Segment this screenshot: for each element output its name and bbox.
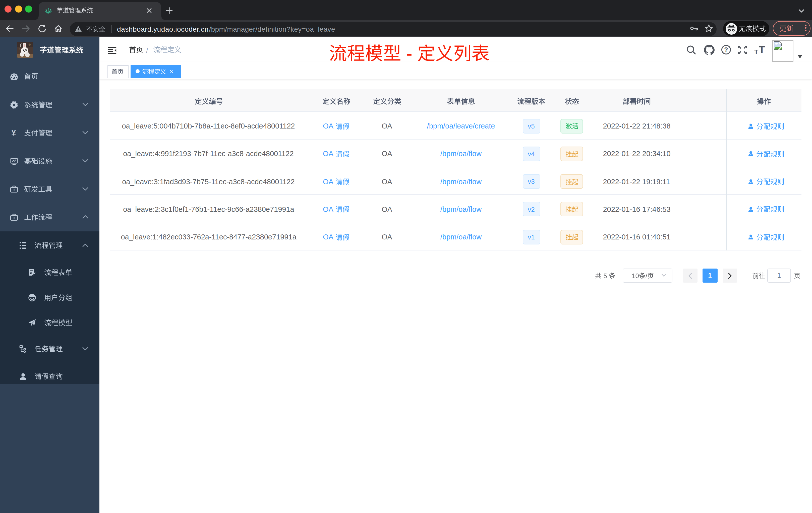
svg-text:?: ?: [724, 46, 728, 53]
